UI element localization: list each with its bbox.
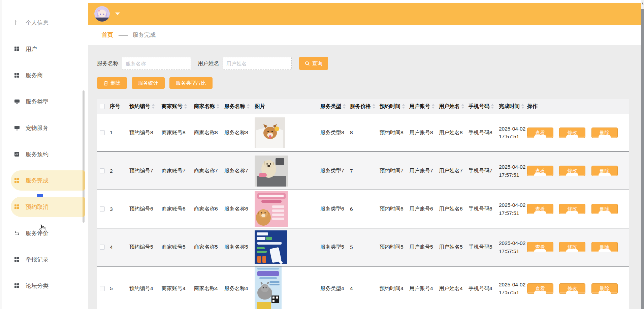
col-price: 服务价格	[350, 99, 380, 114]
row-checkbox[interactable]	[100, 130, 105, 135]
cell-booking-time: 预约时间8	[380, 114, 409, 152]
cell-merchant-name: 商家名称7	[194, 152, 224, 190]
service-stats-button[interactable]: 服务统计	[132, 77, 165, 89]
cell-service-type: 服务类型8	[320, 114, 350, 152]
sort-icon[interactable]	[461, 104, 464, 109]
sliders-icon	[14, 230, 20, 236]
service-name-input[interactable]	[122, 57, 191, 70]
row-image-pet-home-cat-poster[interactable]	[255, 266, 320, 309]
sidebar-item-social-forum[interactable]: 社交论坛	[2, 299, 85, 309]
row-checkbox[interactable]	[100, 206, 105, 212]
table-row: 1 预约编号8 商家账号8 商家名称8 服务名称8	[97, 114, 629, 152]
sidebar-item-profile[interactable]: 个人信息	[2, 9, 85, 36]
cell-price: 5	[350, 228, 380, 266]
row-image-corgi-bath[interactable]	[255, 117, 320, 148]
cell-merchant-account: 商家账号6	[162, 190, 194, 228]
content-area: 服务名称 用户姓名 查询 删除	[88, 45, 641, 309]
grid-icon	[14, 256, 20, 262]
edit-button[interactable]: 修改	[559, 166, 585, 176]
row-checkbox[interactable]	[100, 168, 105, 173]
sort-icon[interactable]	[491, 104, 494, 109]
sidebar-item-service-bookings[interactable]: 服务预约	[2, 141, 85, 167]
sidebar-item-label: 预约取消	[26, 203, 49, 211]
sort-icon[interactable]	[521, 104, 524, 109]
cell-booking-time: 预约时间4	[380, 266, 409, 309]
sidebar-item-label: 服务预约	[26, 150, 49, 158]
col-booking-no: 预约编号	[129, 99, 162, 114]
cell-service-name: 服务名称5	[224, 228, 255, 266]
service-type-ratio-button[interactable]: 服务类型占比	[169, 77, 213, 89]
grid-icon	[14, 283, 20, 289]
row-checkbox[interactable]	[100, 286, 105, 291]
bulk-delete-button[interactable]: 删除	[97, 77, 127, 89]
col-user-name: 用户姓名	[439, 99, 469, 114]
monitor-icon	[14, 125, 20, 131]
bulk-actions: 删除 服务统计 服务类型占比	[97, 77, 629, 89]
grid-icon	[14, 177, 20, 184]
sidebar-item-booking-cancelled[interactable]: 预约取消	[2, 194, 85, 220]
cell-finish-time: 2025-04-02 17:57:51	[499, 190, 527, 228]
select-all-checkbox[interactable]	[100, 104, 105, 109]
sidebar-item-report-records[interactable]: 举报记录	[2, 246, 85, 273]
view-button[interactable]: 查看	[527, 166, 553, 176]
delete-button[interactable]: 删除	[591, 204, 618, 214]
row-image-dog-vet[interactable]	[255, 156, 320, 187]
sort-icon[interactable]	[184, 104, 187, 109]
cell-service-name: 服务名称4	[224, 266, 255, 309]
row-image-blue-cloud-pet-poster[interactable]	[255, 230, 320, 264]
table-row: 4 预约编号5 商家账号5 商家名称5 服务名称5	[97, 228, 629, 266]
col-index: 序号	[110, 99, 129, 114]
delete-button[interactable]: 删除	[591, 283, 618, 294]
scroll-up-arrow-icon[interactable]	[642, 2, 644, 4]
edit-button[interactable]: 修改	[559, 128, 585, 138]
admin-page: 个人信息 用户 服务商 服务类型 宠物服务	[0, 0, 644, 309]
delete-button[interactable]: 删除	[591, 166, 618, 176]
cell-booking-no: 预约编号7	[129, 152, 162, 190]
mouse-hand-cursor	[38, 224, 46, 233]
sidebar-item-merchants[interactable]: 服务商	[2, 62, 85, 88]
edit-button[interactable]: 修改	[559, 242, 585, 252]
sidebar-item-pet-services[interactable]: 宠物服务	[2, 115, 85, 141]
sidebar-item-users[interactable]: 用户	[2, 36, 85, 62]
sort-icon[interactable]	[402, 104, 405, 109]
col-user-account: 用户账号	[409, 99, 439, 114]
col-finish-time: 完成时间	[499, 99, 527, 114]
cell-price: 6	[350, 190, 380, 228]
view-button[interactable]: 查看	[527, 283, 553, 294]
cell-merchant-name: 商家名称5	[194, 228, 224, 266]
sidebar-item-forum-categories[interactable]: 论坛分类	[2, 273, 85, 299]
view-button[interactable]: 查看	[527, 128, 553, 138]
breadcrumb-home-link[interactable]: 首页	[102, 31, 113, 39]
sort-icon[interactable]	[152, 104, 155, 109]
edit-button[interactable]: 修改	[559, 283, 585, 294]
sort-icon[interactable]	[247, 104, 250, 109]
cell-booking-no: 预约编号8	[129, 114, 162, 152]
edit-button[interactable]: 修改	[559, 204, 585, 214]
user-avatar[interactable]	[94, 6, 110, 22]
sort-icon[interactable]	[373, 104, 376, 109]
cell-finish-time: 2025-04-02 17:57:51	[499, 228, 527, 266]
search-button[interactable]: 查询	[299, 57, 328, 70]
delete-button[interactable]: 删除	[591, 242, 618, 252]
sort-icon[interactable]	[432, 104, 435, 109]
cell-booking-no: 预约编号6	[129, 190, 162, 228]
sort-icon[interactable]	[217, 104, 220, 109]
cell-actions: 查看 修改 删除	[527, 190, 629, 228]
view-button[interactable]: 查看	[527, 204, 553, 214]
sidebar-item-service-types[interactable]: 服务类型	[2, 88, 85, 115]
view-button[interactable]: 查看	[527, 242, 553, 252]
page-scrollbar[interactable]	[641, 0, 644, 309]
page-scrollbar-thumb[interactable]	[641, 9, 644, 309]
cell-actions: 查看 修改 删除	[527, 114, 629, 152]
delete-button[interactable]: 删除	[591, 128, 618, 138]
row-image-pink-pet-hospital-poster[interactable]	[255, 191, 320, 227]
cell-booking-no: 预约编号4	[129, 266, 162, 309]
sort-icon[interactable]	[343, 104, 346, 109]
user-name-input[interactable]	[223, 57, 292, 70]
table-row: 3 预约编号6 商家账号6 商家名称6 服务名称6	[97, 190, 629, 228]
row-checkbox[interactable]	[100, 245, 105, 250]
avatar-dropdown-caret-icon[interactable]	[115, 12, 120, 15]
cell-booking-time: 预约时间5	[380, 228, 409, 266]
sidebar-item-service-completed[interactable]: 服务完成	[2, 167, 85, 194]
cell-index: 5	[110, 266, 129, 309]
